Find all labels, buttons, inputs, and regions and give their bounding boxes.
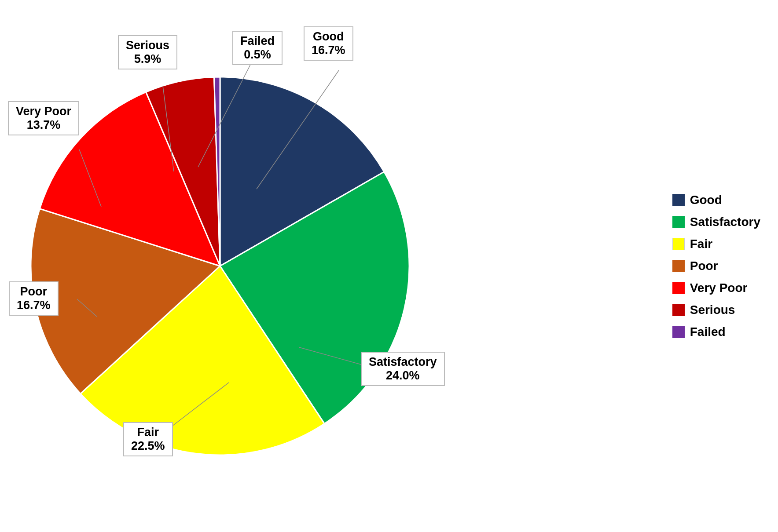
legend-item-satisfactory: Satisfactory [672,215,760,229]
label-very-poor: Very Poor 13.7% [8,101,79,135]
label-serious: Serious 5.9% [118,35,177,69]
legend-item-poor: Poor [672,259,760,273]
legend-item-failed: Failed [672,325,760,339]
pie-chart [22,68,418,464]
legend-label-good: Good [690,193,722,207]
label-poor: Poor 16.7% [9,281,59,316]
chart-container: Good 16.7% Satisfactory 24.0% Fair 22.5%… [0,0,778,532]
legend-color-poor [672,260,685,272]
legend-item-fair: Fair [672,237,760,251]
legend-color-failed [672,326,685,338]
legend-label-poor: Poor [690,259,718,273]
legend-label-failed: Failed [690,325,726,339]
legend-color-satisfactory [672,216,685,228]
label-good: Good 16.7% [304,26,353,61]
legend-item-serious: Serious [672,303,760,317]
legend-color-good [672,194,685,206]
legend-label-serious: Serious [690,303,735,317]
legend-label-fair: Fair [690,237,712,251]
label-failed: Failed 0.5% [232,31,283,65]
chart-legend: Good Satisfactory Fair Poor Very Poor Se… [672,193,760,339]
legend-color-serious [672,304,685,316]
legend-color-very-poor [672,282,685,294]
legend-color-fair [672,238,685,250]
legend-item-good: Good [672,193,760,207]
label-satisfactory: Satisfactory 24.0% [361,352,445,386]
label-fair: Fair 22.5% [123,422,173,456]
legend-item-very-poor: Very Poor [672,281,760,295]
legend-label-very-poor: Very Poor [690,281,748,295]
legend-label-satisfactory: Satisfactory [690,215,760,229]
